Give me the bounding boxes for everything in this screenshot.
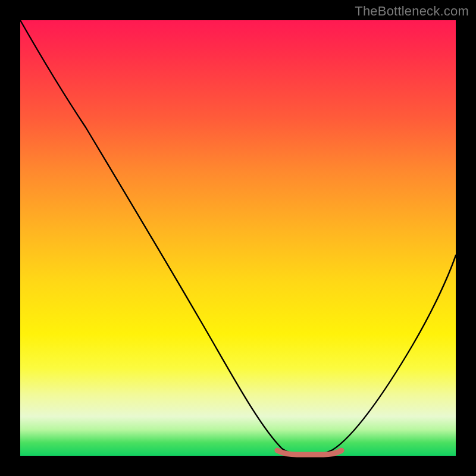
optimal-range-marker bbox=[277, 450, 342, 455]
watermark-text: TheBottleneck.com bbox=[355, 4, 469, 19]
chart-frame: TheBottleneck.com bbox=[0, 0, 476, 476]
bottleneck-curve-path bbox=[20, 20, 456, 456]
curve-layer bbox=[20, 20, 456, 456]
